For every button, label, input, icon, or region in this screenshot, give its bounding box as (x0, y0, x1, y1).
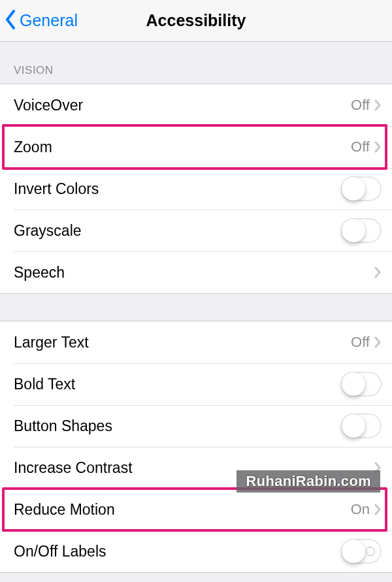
row-label: Bold Text (14, 376, 341, 393)
row-label: Increase Contrast (14, 459, 374, 477)
row-label: Button Shapes (14, 417, 341, 435)
back-button[interactable]: General (5, 10, 78, 32)
row-grayscale: Grayscale (0, 210, 392, 251)
row-zoom[interactable]: Zoom Off (0, 126, 392, 168)
row-button-shapes: Button Shapes (0, 405, 392, 447)
chevron-left-icon (5, 10, 18, 32)
row-label: Larger Text (14, 334, 351, 351)
toggle-bold-text[interactable] (341, 372, 382, 396)
row-speech[interactable]: Speech (0, 251, 392, 293)
row-label: Grayscale (14, 222, 341, 240)
row-onoff-labels: On/Off Labels (0, 530, 392, 572)
chevron-right-icon (374, 140, 382, 154)
row-value: Off (351, 97, 370, 114)
row-label: Reduce Motion (14, 501, 351, 519)
toggle-button-shapes[interactable] (341, 413, 382, 438)
section-header-vision: VISION (0, 42, 392, 84)
group-separator (0, 294, 392, 321)
navbar: General Accessibility (0, 0, 392, 42)
row-value: On (351, 501, 370, 518)
chevron-right-icon (374, 461, 382, 474)
row-label: Invert Colors (14, 180, 341, 198)
toggle-grayscale[interactable] (341, 218, 382, 243)
row-larger-text[interactable]: Larger Text Off (0, 321, 392, 363)
row-label: Speech (14, 264, 374, 282)
back-label: General (20, 11, 78, 30)
row-increase-contrast[interactable]: Increase Contrast (0, 447, 392, 489)
row-value: Off (351, 334, 370, 351)
row-invert-colors: Invert Colors (0, 168, 392, 210)
chevron-right-icon (374, 336, 382, 349)
row-label: On/Off Labels (14, 543, 341, 560)
row-value: Off (351, 138, 370, 155)
chevron-right-icon (374, 266, 382, 279)
list-group-vision: VoiceOver Off Zoom Off Invert Colors Gra… (0, 84, 392, 294)
row-reduce-motion[interactable]: Reduce Motion On (0, 489, 392, 530)
row-label: Zoom (14, 138, 351, 156)
row-voiceover[interactable]: VoiceOver Off (0, 84, 392, 126)
chevron-right-icon (374, 503, 382, 516)
toggle-onoff-labels[interactable] (341, 539, 382, 564)
toggle-invert-colors[interactable] (341, 176, 382, 201)
list-group-text: Larger Text Off Bold Text Button Shapes … (0, 321, 392, 573)
row-bold-text: Bold Text (0, 363, 392, 405)
row-label: VoiceOver (14, 97, 351, 114)
chevron-right-icon (374, 99, 382, 112)
